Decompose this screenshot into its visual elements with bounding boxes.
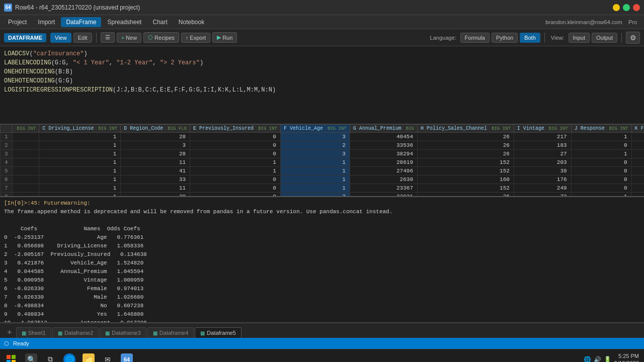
cell (12, 150, 39, 158)
list-icon-button[interactable]: ☰ (101, 32, 115, 43)
row-number: 2 (1, 141, 13, 150)
status-bar: ⬡ Ready (0, 338, 644, 349)
output-row: 2 -2.005167 Previously_Insured 0.134638 (4, 250, 640, 259)
svg-rect-2 (7, 360, 11, 363)
cell: 0 (190, 175, 281, 184)
cell: 1 (39, 193, 121, 198)
tab-sheet1[interactable]: ▦Sheet1 (16, 327, 51, 338)
view-button[interactable]: View (50, 33, 71, 43)
taskbar-search[interactable]: 🔍 (22, 350, 40, 363)
table-row: 31280338294262710101 (1, 150, 645, 158)
view-output-button[interactable]: Output (592, 33, 617, 43)
cell: 39 (514, 167, 571, 175)
cell (12, 158, 39, 167)
cell: 1 (39, 167, 121, 175)
row-number: 4 (1, 158, 13, 167)
list-icon: ☰ (105, 34, 110, 41)
menu-chart[interactable]: Chart (147, 17, 172, 27)
title-bar: 64 Row64 - r64_230512170220 (unsaved pro… (0, 0, 644, 15)
col-header-a[interactable]: BIG INT (12, 125, 39, 133)
taskbar-edge[interactable]: 🌐 (60, 350, 78, 363)
add-sheet-button[interactable]: + (4, 327, 15, 338)
minimize-button[interactable] (613, 4, 620, 11)
cell: 0 (631, 150, 644, 158)
lang-python-button[interactable]: Python (492, 33, 518, 43)
lang-formula-button[interactable]: Formula (460, 33, 490, 43)
dataframe-table: BIG INT C Driving_License BIG INT D Regi… (0, 124, 644, 197)
menu-notebook[interactable]: Notebook (174, 17, 209, 27)
col-header-c[interactable]: C Driving_License BIG INT (39, 125, 121, 133)
cell: 1 (280, 158, 350, 167)
menu-dataframe[interactable]: DataFrame (61, 17, 101, 27)
output-row: 8 -0.498834 No 0.607238 (4, 302, 640, 310)
output-warning-detail: The frame.append method is deprecated an… (4, 208, 640, 216)
tab-dataframe4[interactable]: ▦Dataframe4 (147, 327, 194, 338)
user-info: brandon.kleinman@row64.com Pro (545, 19, 637, 25)
menu-spreadsheet[interactable]: Spreadsheet (102, 17, 146, 27)
row-number: 5 (1, 167, 13, 175)
tab-dataframe2[interactable]: ▦Dataframe2 (52, 327, 99, 338)
row-number: 8 (1, 193, 13, 198)
code-line-5: LOGISTICREGRESSIONPRESCRIPTION(J:J,B:B,C… (4, 85, 640, 95)
cell: 0 (571, 141, 631, 150)
cell: 217 (514, 133, 571, 141)
toolbar: DATAFRAME View Edit ☰ + New ⬡ Recipes ↑ … (0, 29, 644, 46)
col-header-e[interactable]: E Previously_Insured BIG INT (190, 125, 281, 133)
code-editor[interactable]: LOADCSV("carInsurance") LABELENCODING(G:… (0, 46, 644, 124)
tray-battery-icon: 🔋 (603, 355, 611, 363)
cell: 1 (39, 184, 121, 193)
cell: 0 (631, 158, 644, 167)
view-input-button[interactable]: Input (569, 33, 590, 43)
status-icon: ⬡ (4, 340, 9, 347)
menu-import[interactable]: Import (33, 17, 60, 27)
tab-dataframe3[interactable]: ▦Dataframe3 (100, 327, 146, 338)
row-number: 1 (1, 133, 13, 141)
settings-button[interactable]: ⚙ (626, 32, 640, 44)
cell: 26 (418, 141, 514, 150)
maximize-button[interactable] (623, 4, 630, 11)
output-row: 1 0.056698 Driving_License 1.058336 (4, 242, 640, 250)
col-header-d[interactable]: D Region_Code BIG FLO (121, 125, 190, 133)
separator (96, 33, 97, 43)
col-header-f[interactable]: F Vehicle_Age BIG INT (280, 125, 350, 133)
cell (12, 175, 39, 184)
recipes-button[interactable]: ⬡ Recipes (143, 32, 179, 43)
col-header-j[interactable]: J Response BIG INT (571, 125, 631, 133)
cell: 0 (571, 158, 631, 167)
cell: 152 (418, 158, 514, 167)
new-button[interactable]: + New (117, 33, 141, 43)
col-header-g[interactable]: G Annual_Premium BIG (350, 125, 417, 133)
cell: 1 (631, 184, 644, 193)
col-header-i[interactable]: I Vintage BIG INT (514, 125, 571, 133)
menu-project[interactable]: Project (3, 17, 32, 27)
tab-dataframe5[interactable]: ▦Dataframe5 (195, 327, 241, 338)
close-button[interactable] (633, 4, 640, 11)
cell: 1 (571, 150, 631, 158)
col-header-row[interactable] (1, 125, 13, 133)
export-button[interactable]: ↑ Export (181, 33, 210, 43)
output-panel: [In[0]>:45: FutureWarning: The frame.app… (0, 197, 644, 323)
run-button[interactable]: ▶ Run (212, 32, 237, 43)
col-header-k[interactable]: K Female BIG FLOAT (631, 125, 644, 133)
col-header-h[interactable]: H Policy_Sales_Channel BIG INT (418, 125, 514, 133)
data-table: BIG INT C Driving_License BIG INT D Regi… (0, 124, 644, 197)
taskbar-mail[interactable]: ✉ (99, 350, 117, 363)
cell: 40454 (350, 133, 417, 141)
taskbar-taskview[interactable]: ⧉ (41, 350, 59, 363)
menu-bar: Project Import DataFrame Spreadsheet Cha… (0, 15, 644, 29)
svg-rect-1 (12, 355, 16, 359)
cell: 2 (280, 193, 350, 198)
cell: 3 (280, 133, 350, 141)
taskbar-row64[interactable]: 64 (118, 350, 136, 363)
view-label: View: (551, 35, 565, 41)
cell: 1 (631, 193, 644, 198)
edit-button[interactable]: Edit (73, 33, 92, 43)
system-tray: 🌐 🔊 🔋 5:25 PM 5/12/2023 (583, 352, 642, 363)
table-row: 613301263016017601001 (1, 175, 645, 184)
start-button[interactable] (2, 350, 20, 363)
taskbar-explorer[interactable]: 📁 (79, 350, 98, 363)
cell: 0 (190, 141, 281, 150)
taskbar: 🔍 ⧉ 🌐 📁 ✉ 64 🌐 🔊 🔋 5:25 PM 5/12/2023 (0, 349, 644, 362)
lang-both-button[interactable]: Both (520, 33, 540, 43)
table-header-row: BIG INT C Driving_License BIG INT D Regi… (1, 125, 645, 133)
